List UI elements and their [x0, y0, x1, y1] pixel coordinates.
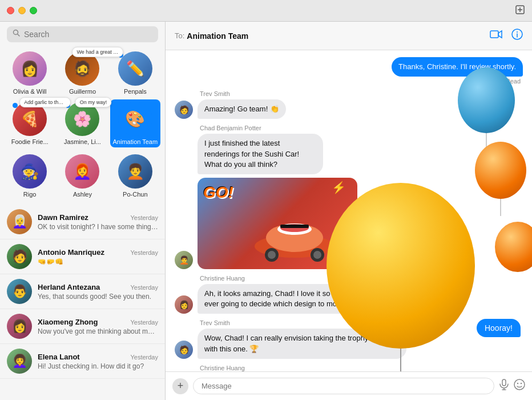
bubble-christine-1: Ah, it looks amazing, Chad! I love it so…: [198, 284, 406, 314]
svg-rect-17: [280, 225, 309, 228]
avatar-msg-chad: 🧑‍🦱: [175, 251, 193, 269]
pinned-name-jasmine: Jasmine, Li...: [64, 138, 101, 145]
pinned-item-foodie[interactable]: Add garlic to the butter, and then... 🍕 …: [5, 99, 55, 147]
message-inner: Thanks, Christine. I'll review shortly.: [175, 57, 523, 77]
conv-preview-herland: Yes, that sounds good! See you then.: [38, 293, 158, 301]
conv-time-antonio: Yesterday: [130, 249, 158, 256]
avatar-wrap-guillermo: We had a great time. Home with... 🧔: [65, 51, 99, 86]
message-row-trev-1: Trev Smith 🧑 Amazing! Go team! 👏: [175, 90, 523, 119]
conv-header-antonio: Antonio Manriquez Yesterday: [38, 248, 158, 257]
pinned-name-guillermo: Guillermo: [69, 88, 96, 95]
avatar-wrap-jasmine: On my way! 🌸: [65, 102, 99, 136]
add-attachment-button[interactable]: +: [172, 378, 188, 394]
message-row-trev-2: Trev Smith 🧑 Wow, Chad! I can really env…: [175, 319, 523, 358]
conv-header-xiaomeng: Xiaomeng Zhong Yesterday: [38, 318, 158, 326]
bubble-chad-1: I just finished the latest renderings fo…: [198, 134, 323, 174]
bubble-foodie: Add garlic to the butter, and then...: [19, 97, 71, 107]
svg-point-21: [514, 379, 525, 390]
pinned-item-ashley[interactable]: 👩‍🦰 Ashley: [57, 152, 107, 200]
messages-area: Thanks, Christine. I'll review shortly. …: [166, 50, 532, 371]
voice-memo-icon[interactable]: [499, 379, 509, 393]
pinned-item-pochun[interactable]: 🧑‍🦱 Po-Chun: [110, 152, 160, 200]
read-label: Read: [175, 78, 521, 85]
search-input[interactable]: [24, 30, 152, 39]
info-icon[interactable]: [511, 29, 523, 43]
emoji-button[interactable]: [514, 379, 525, 393]
sender-name-chad-1: Chad Benjamin Potter: [200, 125, 523, 131]
avatar-dawn: 👩‍🦳: [7, 209, 32, 234]
search-icon: [13, 29, 21, 39]
avatar-ashley: 👩‍🦰: [65, 154, 99, 189]
conv-content-herland: Herland Antezana Yesterday Yes, that sou…: [38, 283, 158, 301]
sender-name-christine-1: Christine Huang: [200, 275, 523, 282]
pinned-item-olivia-will[interactable]: 👩 Olivia & Will: [5, 49, 55, 97]
avatar-wrap-olivia: 👩: [13, 51, 47, 86]
svg-rect-18: [502, 379, 506, 386]
conv-name-herland: Herland Antezana: [38, 283, 100, 291]
sender-name-trev-1: Trev Smith: [200, 90, 523, 97]
pinned-name-foodie: Foodie Frie...: [11, 138, 49, 145]
avatar-wrap-penpals: ✏️: [118, 51, 152, 86]
conv-preview-dawn: OK to visit tonight? I have some things …: [38, 223, 158, 231]
chat-to-label: To:: [175, 31, 184, 40]
avatar-animation: 🎨: [118, 102, 152, 136]
list-item[interactable]: 👩‍🦱 Elena Lanot Yesterday Hi! Just check…: [0, 344, 165, 379]
conversation-list: 👩‍🦳 Dawn Ramirez Yesterday OK to visit t…: [0, 205, 165, 400]
conv-content-elena: Elena Lanot Yesterday Hi! Just checking …: [38, 353, 158, 370]
conv-content-antonio: Antonio Manriquez Yesterday 🤜🤛👊: [38, 248, 158, 266]
conv-time-dawn: Yesterday: [130, 214, 158, 221]
minimize-button[interactable]: [18, 7, 26, 14]
avatar-herland: 👨: [7, 279, 32, 304]
pinned-item-guillermo[interactable]: We had a great time. Home with... 🧔 Guil…: [57, 49, 107, 97]
svg-point-13: [268, 251, 276, 259]
avatar-penpals: ✏️: [118, 51, 152, 86]
message-inner-chad-1: 🧑‍🦱 I just finished the latest rendering…: [175, 134, 523, 269]
list-item[interactable]: 👩 Xiaomeng Zhong Yesterday Now you've go…: [0, 309, 165, 344]
search-bar: [0, 22, 165, 47]
list-item[interactable]: 👩‍🦳 Dawn Ramirez Yesterday OK to visit t…: [0, 205, 165, 239]
message-row-outgoing-1: Thanks, Christine. I'll review shortly. …: [175, 57, 523, 85]
conv-time-herland: Yesterday: [130, 284, 158, 291]
pinned-contacts-row2: 🧙 Rigo 👩‍🦰 Ashley 🧑‍🦱 Po-Chun: [0, 152, 165, 205]
sender-name-christine-2: Christine Huang: [200, 365, 523, 371]
app-body: 👩 Olivia & Will We had a great time. Hom…: [0, 22, 532, 400]
plus-icon: +: [178, 380, 184, 392]
conv-name-dawn: Dawn Ramirez: [38, 213, 88, 222]
list-item[interactable]: 👨 Herland Antezana Yesterday Yes, that s…: [0, 274, 165, 309]
close-button[interactable]: [7, 7, 14, 14]
bubble-jasmine: On my way!: [75, 97, 112, 107]
svg-point-8: [517, 31, 518, 33]
chat-panel: To: Animation Team: [166, 22, 532, 400]
maximize-button[interactable]: [30, 7, 37, 14]
message-inner-christine-1: 👩 Ah, it looks amazing, Chad! I love it …: [175, 284, 523, 314]
bubble-trev-1: Amazing! Go team! 👏: [198, 99, 286, 119]
message-inner-trev-1: 🧑 Amazing! Go team! 👏: [175, 99, 523, 119]
pinned-item-rigo[interactable]: 🧙 Rigo: [5, 152, 55, 200]
svg-point-23: [521, 383, 522, 384]
svg-line-4: [18, 34, 20, 37]
conv-name-antonio: Antonio Manriquez: [38, 248, 104, 257]
conv-preview-antonio: 🤜🤛👊: [38, 258, 158, 266]
search-bar-inner[interactable]: [7, 26, 158, 42]
avatar-wrap-foodie: Add garlic to the butter, and then... 🍕: [13, 102, 47, 136]
pinned-contacts-row1: 👩 Olivia & Will We had a great time. Hom…: [0, 47, 165, 152]
pinned-name-pochun: Po-Chun: [123, 191, 147, 198]
conv-content-xiaomeng: Xiaomeng Zhong Yesterday Now you've got …: [38, 318, 158, 335]
avatar-olivia: 👩: [13, 51, 47, 86]
list-item[interactable]: 🧑 Antonio Manriquez Yesterday 🤜🤛👊: [0, 239, 165, 274]
pinned-name-penpals: Penpals: [124, 88, 147, 95]
conv-time-elena: Yesterday: [130, 354, 158, 361]
bubble-guillermo: We had a great time. Home with...: [72, 47, 123, 57]
pinned-item-animation-team[interactable]: 🎨 Animation Team: [110, 99, 160, 147]
traffic-lights: [7, 7, 37, 14]
compose-button[interactable]: [515, 5, 525, 17]
bubble-outgoing-1: Thanks, Christine. I'll review shortly.: [392, 57, 523, 77]
video-call-icon[interactable]: [490, 30, 502, 42]
conv-header-elena: Elena Lanot Yesterday: [38, 353, 158, 361]
svg-point-14: [313, 251, 321, 259]
zap-sticker: ⚡: [332, 181, 346, 194]
svg-rect-5: [490, 31, 498, 38]
message-input[interactable]: [193, 378, 494, 394]
avatar-rigo: 🧙: [13, 154, 47, 189]
avatar-pochun: 🧑‍🦱: [118, 154, 152, 189]
